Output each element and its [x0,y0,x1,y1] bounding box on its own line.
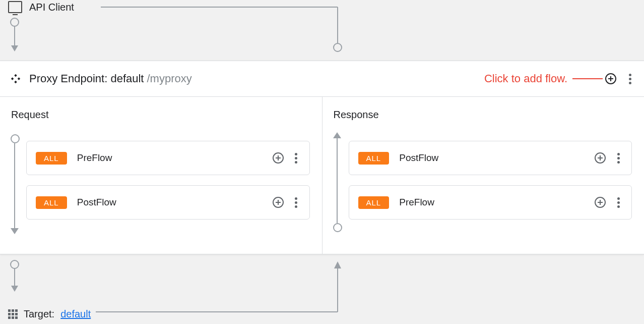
flow-rail-start [11,134,20,143]
response-column: Response ALL PostFlow ALL PreFlow [322,97,645,254]
add-step-button[interactable] [594,196,606,208]
flow-more-button[interactable] [292,197,300,208]
svg-marker-11 [334,261,341,268]
flow-badge: ALL [36,196,67,209]
flow-name: PreFlow [399,197,584,208]
endpoint-path: /myproxy [147,72,191,85]
target-row: Target: default [8,308,91,320]
flow-card[interactable]: ALL PreFlow [26,141,310,175]
target-label: Target: [24,308,54,320]
request-title: Request [11,109,310,121]
add-flow-callout: Click to add flow. [484,72,603,85]
flow-more-button[interactable] [614,197,622,208]
response-title: Response [334,109,632,121]
api-client-label: API Client [29,2,74,13]
add-step-button[interactable] [272,152,284,164]
add-step-button[interactable] [594,152,606,164]
flow-rail [337,138,338,223]
svg-point-6 [11,260,19,268]
flow-more-button[interactable] [292,153,300,164]
proxy-endpoint-panel: Proxy Endpoint: default /myproxy Click t… [0,61,644,254]
flow-badge: ALL [36,152,67,165]
flow-name: PostFlow [77,197,262,208]
flow-rail [14,143,15,228]
svg-marker-8 [11,286,18,292]
flow-badge: ALL [358,152,390,165]
flow-more-button[interactable] [614,153,622,164]
svg-marker-5 [11,45,18,51]
callout-line [572,78,603,79]
flow-card[interactable]: ALL PostFlow [349,141,632,175]
flow-badge: ALL [358,196,390,209]
request-column: Request ALL PreFlow ALL PostFlow [0,97,322,254]
svg-point-2 [334,43,342,51]
add-step-button[interactable] [272,196,284,208]
monitor-icon [8,1,22,13]
svg-point-3 [11,18,19,26]
panel-more-button[interactable] [626,74,634,84]
flow-name: PostFlow [399,152,584,164]
endpoint-icon [10,73,21,84]
grid-icon [8,309,18,319]
flow-card[interactable]: ALL PostFlow [26,185,310,220]
target-link[interactable]: default [60,308,91,320]
flow-rail-arrow-up [333,132,341,138]
endpoint-title: Proxy Endpoint: default [29,72,144,85]
panel-header: Proxy Endpoint: default /myproxy Click t… [0,61,644,97]
flow-card[interactable]: ALL PreFlow [349,185,632,220]
flow-rail-arrow-down [11,228,19,234]
callout-text: Click to add flow. [484,72,567,85]
flow-name: PreFlow [77,152,262,164]
add-flow-button[interactable] [605,73,617,85]
flow-rail-start [333,223,342,232]
api-client-row: API Client [0,0,644,14]
